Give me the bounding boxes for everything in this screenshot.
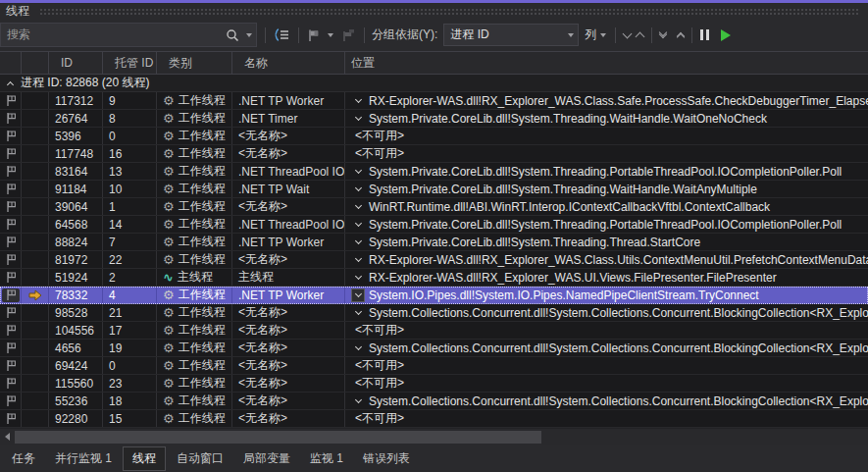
expand-stack-chevron-icon[interactable] (351, 271, 365, 285)
table-row[interactable]: 91184 10 工作线程 .NET TP Wait System.Privat… (0, 181, 868, 198)
location-cell[interactable]: System.Private.CoreLib.dll!System.Thread… (345, 163, 868, 180)
flag-icon[interactable] (2, 288, 20, 302)
flag-cell[interactable] (0, 181, 22, 197)
flag-icon[interactable] (2, 324, 20, 338)
table-row[interactable]: 88824 7 工作线程 .NET TP Worker System.Priva… (0, 234, 868, 251)
flag-cell[interactable] (0, 340, 22, 356)
flag-icon[interactable] (2, 359, 20, 373)
table-row[interactable]: 64568 14 工作线程 .NET ThreadPool IO System.… (0, 216, 868, 234)
table-row[interactable]: 55236 18 工作线程 <无名称> System.Collections.C… (0, 393, 868, 410)
flag-cell[interactable] (0, 410, 22, 427)
flag-icon[interactable] (2, 165, 20, 179)
table-row[interactable]: 26764 8 工作线程 .NET Timer System.Private.C… (0, 110, 868, 128)
location-cell[interactable]: System.Collections.Concurrent.dll!System… (345, 393, 868, 409)
tab-监视 1[interactable]: 监视 1 (301, 447, 352, 470)
collapse-all-button[interactable] (675, 24, 687, 47)
table-row[interactable]: 115560 23 工作线程 <无名称> <不可用> (0, 375, 868, 393)
expand-stack-chevron-icon[interactable] (351, 236, 365, 249)
column-header-location[interactable]: 位置 (345, 52, 868, 74)
flag-cell[interactable] (0, 234, 22, 250)
tab-并行监视 1[interactable]: 并行监视 1 (46, 447, 121, 470)
table-row[interactable]: 98528 21 工作线程 <无名称> System.Collections.C… (0, 304, 868, 322)
table-row[interactable]: 78332 4 工作线程 .NET TP Worker System.IO.Pi… (0, 287, 868, 304)
column-header-flag[interactable] (0, 52, 22, 74)
columns-button[interactable]: 列 (585, 26, 610, 43)
magnifier-icon[interactable] (223, 24, 242, 47)
flag-cell[interactable] (0, 128, 22, 144)
table-row[interactable]: 51924 2 主线程 主线程 RX-Explorer-WAS.dll!RX_E… (0, 269, 868, 287)
table-row[interactable]: 117312 9 工作线程 .NET TP Worker RX-Explorer… (0, 92, 868, 110)
flag-icon[interactable] (2, 218, 20, 232)
flag-cell[interactable] (0, 251, 22, 268)
flag-icon[interactable] (2, 236, 20, 249)
tool-window-titlebar[interactable]: 线程 (0, 3, 868, 19)
expand-stack-chevron-icon[interactable] (351, 94, 365, 108)
expand-all-button[interactable] (657, 24, 669, 47)
location-cell[interactable]: <不可用> (345, 128, 868, 144)
flag-icon[interactable] (2, 412, 20, 426)
search-options-chevron-icon[interactable] (246, 33, 252, 37)
flag-cell[interactable] (0, 304, 22, 321)
thaw-thread-button[interactable] (716, 24, 734, 47)
flag-icon[interactable] (2, 94, 20, 108)
location-cell[interactable]: <不可用> (345, 322, 868, 339)
table-row[interactable]: 117748 16 工作线程 <无名称> <不可用> (0, 145, 868, 163)
flag-icon[interactable] (2, 253, 20, 267)
scrollbar-thumb[interactable] (15, 431, 541, 444)
flag-cell[interactable] (0, 163, 22, 180)
expand-stack-chevron-icon[interactable] (351, 112, 365, 126)
table-row[interactable]: 4656 19 工作线程 <无名称> System.Collections.Co… (0, 340, 868, 357)
flag-cell[interactable] (0, 145, 22, 162)
location-cell[interactable]: System.Collections.Concurrent.dll!System… (345, 304, 868, 321)
expand-stack-chevron-icon[interactable] (351, 200, 365, 214)
table-row[interactable]: 69424 0 工作线程 <无名称> <不可用> (0, 357, 868, 375)
flag-cell[interactable] (0, 322, 22, 339)
flag-icon[interactable] (2, 341, 20, 355)
freeze-thread-button[interactable] (697, 24, 712, 47)
flag-cell[interactable] (0, 287, 22, 303)
group-by-select[interactable]: 进程 ID (443, 24, 579, 46)
location-cell[interactable]: System.Private.CoreLib.dll!System.Thread… (345, 181, 868, 197)
column-header-current[interactable] (22, 52, 49, 74)
expand-stack-chevron-icon[interactable] (351, 253, 365, 267)
process-group-header[interactable]: 进程 ID: 82868 (20 线程) (0, 75, 868, 92)
titlebar-drag-handle[interactable] (39, 7, 860, 15)
flag-icon[interactable] (2, 394, 20, 408)
column-header-category[interactable]: 类别 (157, 52, 232, 74)
expand-stack-chevron-icon[interactable] (351, 165, 365, 179)
expand-stack-chevron-icon[interactable] (351, 306, 365, 320)
location-cell[interactable]: System.IO.Pipes.dll!System.IO.Pipes.Name… (345, 287, 868, 303)
flag-cell[interactable] (0, 375, 22, 392)
location-cell[interactable]: System.Collections.Concurrent.dll!System… (345, 340, 868, 356)
flag-cell[interactable] (0, 269, 22, 286)
flag-icon[interactable] (2, 112, 20, 126)
table-row[interactable]: 5396 0 工作线程 <无名称> <不可用> (0, 128, 868, 145)
flag-cell[interactable] (0, 198, 22, 215)
tab-任务[interactable]: 任务 (3, 447, 44, 470)
tab-错误列表[interactable]: 错误列表 (354, 447, 419, 470)
column-header-managed-id[interactable]: 托管 ID (103, 52, 157, 74)
flag-icon[interactable] (2, 130, 20, 143)
flag-icon[interactable] (2, 147, 20, 161)
location-cell[interactable]: <不可用> (345, 357, 868, 374)
location-cell[interactable]: <不可用> (345, 145, 868, 162)
location-cell[interactable]: <不可用> (345, 410, 868, 427)
search-input[interactable]: 搜索 (0, 23, 257, 47)
collapse-group-icon[interactable] (7, 81, 14, 88)
location-cell[interactable]: System.Private.CoreLib.dll!System.Thread… (345, 216, 868, 233)
flag-cell[interactable] (0, 216, 22, 233)
horizontal-scrollbar[interactable] (0, 428, 868, 445)
show-flagged-only-icon[interactable] (337, 24, 359, 47)
flag-icon[interactable] (2, 306, 20, 320)
flag-icon[interactable] (2, 200, 20, 214)
flag-icon[interactable] (2, 271, 20, 285)
column-header-name[interactable]: 名称 (232, 52, 345, 74)
location-cell[interactable]: System.Private.CoreLib.dll!System.Thread… (345, 234, 868, 250)
expand-stack-chevron-icon[interactable] (351, 288, 365, 302)
location-cell[interactable]: RX-Explorer-WAS.dll!RX_Explorer_WAS.UI.V… (345, 269, 868, 286)
tab-局部变量[interactable]: 局部变量 (234, 447, 299, 470)
table-row[interactable]: 92280 15 工作线程 <无名称> <不可用> (0, 410, 868, 428)
expand-stack-chevron-icon[interactable] (351, 218, 365, 232)
flag-cell[interactable] (0, 393, 22, 409)
location-cell[interactable]: WinRT.Runtime.dll!ABI.WinRT.Interop.ICon… (345, 198, 868, 215)
